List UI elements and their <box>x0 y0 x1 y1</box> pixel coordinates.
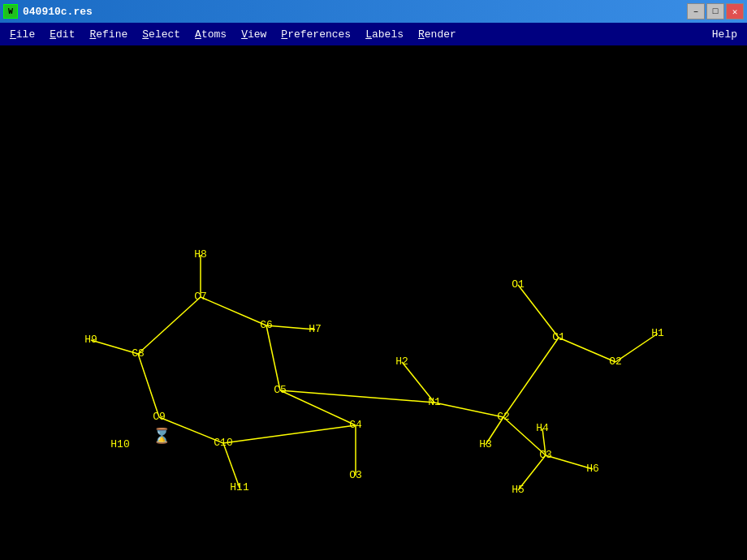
menu-labels[interactable]: Labels <box>359 27 410 42</box>
svg-line-3 <box>266 325 315 330</box>
svg-line-12 <box>559 338 615 362</box>
svg-line-4 <box>266 325 280 390</box>
svg-text:H9: H9 <box>84 334 97 346</box>
menu-render[interactable]: Render <box>412 27 463 42</box>
hourglass-cursor: ⌛ <box>153 427 171 445</box>
svg-text:O3: O3 <box>349 469 362 481</box>
svg-text:C2: C2 <box>497 411 510 423</box>
svg-text:H4: H4 <box>536 422 549 434</box>
svg-text:C8: C8 <box>132 347 145 360</box>
titlebar-left: W 040910c.res <box>3 4 93 19</box>
svg-text:H11: H11 <box>230 481 249 493</box>
svg-text:O2: O2 <box>609 355 622 368</box>
svg-text:C3: C3 <box>539 449 552 461</box>
molecule-display: H8C7H7C6H9C8C5H2N1O1C1H1O2C9H10C4C2H3H4C… <box>0 45 747 560</box>
app-icon: W <box>3 4 18 19</box>
menu-refine[interactable]: Refine <box>83 27 134 42</box>
svg-line-17 <box>223 425 356 443</box>
svg-text:H10: H10 <box>110 438 129 450</box>
title-text: 040910c.res <box>23 6 93 18</box>
canvas-area[interactable]: H8C7H7C6H9C8C5H2N1O1C1H1O2C9H10C4C2H3H4C… <box>0 45 747 560</box>
svg-text:C1: C1 <box>552 331 565 343</box>
svg-line-13 <box>503 338 559 417</box>
minimize-button[interactable]: – <box>687 3 705 19</box>
svg-line-2 <box>138 297 201 354</box>
titlebar-buttons: – □ ✕ <box>687 3 744 19</box>
svg-text:C5: C5 <box>274 384 287 396</box>
svg-line-10 <box>434 403 503 417</box>
svg-line-1 <box>201 297 266 325</box>
close-button[interactable]: ✕ <box>726 3 744 19</box>
menu-select[interactable]: Select <box>136 27 187 42</box>
svg-text:H1: H1 <box>651 327 664 339</box>
menu-edit[interactable]: Edit <box>43 27 81 42</box>
app-icon-label: W <box>8 7 13 16</box>
svg-text:N1: N1 <box>428 396 441 408</box>
svg-text:C4: C4 <box>349 419 362 431</box>
svg-text:C7: C7 <box>194 291 207 303</box>
svg-text:H5: H5 <box>512 484 525 496</box>
svg-text:C10: C10 <box>214 437 232 449</box>
svg-text:H7: H7 <box>309 323 322 335</box>
svg-text:O1: O1 <box>512 278 525 291</box>
svg-line-6 <box>138 354 159 417</box>
maximize-button[interactable]: □ <box>706 3 724 19</box>
menubar: File Edit Refine Select Atoms View Prefe… <box>0 23 747 45</box>
menu-file[interactable]: File <box>3 27 41 42</box>
svg-text:C9: C9 <box>153 411 166 423</box>
menu-preferences[interactable]: Preferences <box>274 27 357 42</box>
titlebar: W 040910c.res – □ ✕ <box>0 0 747 23</box>
svg-text:H2: H2 <box>395 355 408 368</box>
menu-help[interactable]: Help <box>706 27 744 42</box>
menu-view[interactable]: View <box>235 27 273 42</box>
svg-text:C6: C6 <box>260 319 273 331</box>
svg-text:H3: H3 <box>479 438 492 450</box>
svg-text:H8: H8 <box>194 248 207 261</box>
svg-text:H6: H6 <box>586 463 599 475</box>
svg-line-11 <box>518 285 559 338</box>
menu-atoms[interactable]: Atoms <box>188 27 233 42</box>
